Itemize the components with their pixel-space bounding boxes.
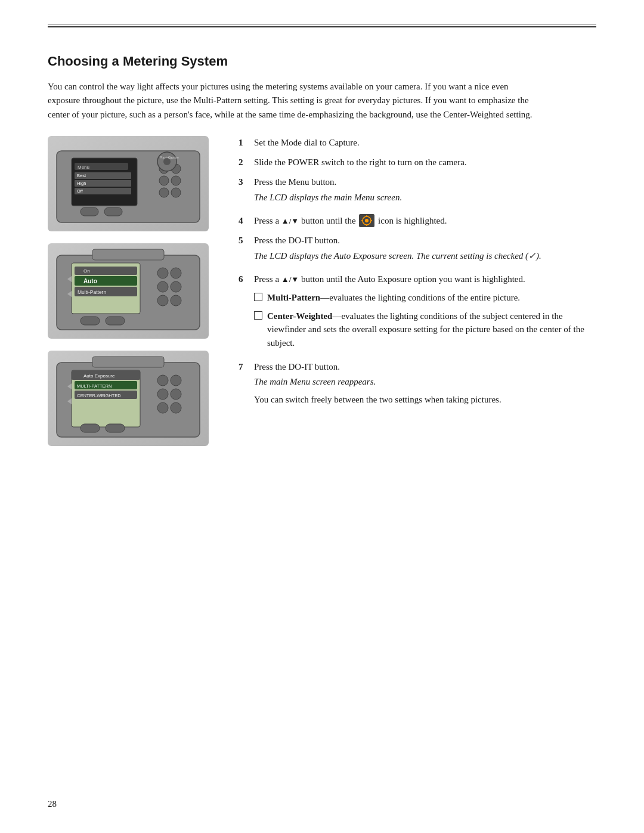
step-3-number: 3 — [239, 175, 252, 208]
step-1-text: Set the Mode dial to Capture. — [254, 136, 596, 150]
metering-icon — [359, 214, 374, 227]
svg-point-50 — [157, 375, 168, 386]
svg-rect-40 — [106, 317, 125, 325]
step-7-italic: The main Menu screen reappears. — [254, 375, 596, 389]
svg-rect-23 — [92, 249, 164, 260]
svg-rect-8 — [75, 188, 131, 194]
main-layout: Menu Best High Off — [48, 136, 596, 446]
step-7-content: Press the DO-IT button. The main Menu sc… — [254, 360, 596, 407]
step-6-pre: Press a — [254, 274, 281, 284]
step-3-italic: The LCD displays the main Menu screen. — [254, 191, 596, 205]
step-1-number: 1 — [239, 136, 252, 150]
step-5: 5 Press the DO-IT button. The LCD displa… — [239, 234, 596, 267]
svg-text:Off: Off — [77, 188, 83, 194]
step-1: 1 Set the Mode dial to Capture. — [239, 136, 596, 150]
page-container: Choosing a Metering System You can contr… — [0, 0, 644, 833]
checkbox-text-1: Multi-Pattern—evaluates the lighting con… — [267, 291, 596, 305]
right-column: 1 Set the Mode dial to Capture. 2 Slide … — [233, 136, 596, 413]
checkbox-text-2: Center-Weighted—evaluates the lighting c… — [267, 309, 596, 350]
svg-text:On: On — [83, 268, 90, 274]
step-4-mid: button until the — [301, 216, 358, 225]
svg-text:Auto: Auto — [83, 278, 97, 284]
svg-point-54 — [157, 402, 168, 413]
intro-text: You can control the way light affects yo… — [48, 80, 543, 122]
top-lines — [48, 24, 596, 27]
svg-text:Capture: Capture — [168, 156, 179, 159]
step-2-number: 2 — [239, 156, 252, 169]
step-7-number: 7 — [239, 360, 252, 407]
svg-point-33 — [157, 281, 168, 292]
checkbox-multi-pattern: Multi-Pattern—evaluates the lighting con… — [254, 291, 596, 305]
svg-text:Best: Best — [77, 173, 86, 178]
svg-point-35 — [157, 295, 168, 306]
step-2-text: Slide the POWER switch to the right to t… — [254, 156, 596, 169]
svg-point-62 — [365, 219, 369, 222]
checkbox-box-1 — [254, 293, 262, 301]
step-6-arrow: ▲/▼ — [281, 275, 299, 284]
svg-point-52 — [157, 389, 168, 400]
svg-point-55 — [171, 402, 181, 413]
svg-point-14 — [159, 188, 169, 197]
step-5-number: 5 — [239, 234, 252, 267]
step-4-number: 4 — [239, 214, 252, 228]
svg-text:High: High — [77, 181, 86, 186]
svg-rect-59 — [106, 424, 125, 432]
checkbox-label-bold-1: Multi-Pattern — [267, 293, 320, 302]
svg-point-53 — [171, 389, 181, 400]
checkbox-box-2 — [254, 311, 262, 320]
step-4-post: icon is highlighted. — [378, 216, 447, 225]
step-6: 6 Press a ▲/▼ button until the Auto Expo… — [239, 272, 596, 354]
step-6-post: button until the Auto Exposure option yo… — [301, 274, 525, 284]
svg-point-15 — [171, 188, 181, 197]
page-number: 28 — [48, 799, 57, 809]
step-5-italic: The LCD displays the Auto Exposure scree… — [254, 249, 596, 263]
svg-text:Multi-Pattern: Multi-Pattern — [78, 289, 106, 295]
svg-point-31 — [157, 268, 168, 278]
svg-rect-39 — [80, 317, 100, 325]
step-7-text: Press the DO-IT button. — [254, 362, 340, 371]
content: Choosing a Metering System You can contr… — [48, 54, 596, 446]
step-3: 3 Press the Menu button. The LCD display… — [239, 175, 596, 208]
step-4: 4 Press a ▲/▼ button until the — [239, 214, 596, 228]
svg-text:Auto Exposure: Auto Exposure — [83, 373, 115, 379]
svg-text:Menu: Menu — [78, 165, 89, 170]
svg-rect-42 — [92, 357, 164, 367]
step-3-content: Press the Menu button. The LCD displays … — [254, 175, 596, 208]
svg-point-36 — [171, 295, 181, 306]
section-title: Choosing a Metering System — [48, 54, 596, 69]
svg-text:MULTI-PATTERN: MULTI-PATTERN — [77, 383, 112, 389]
svg-rect-21 — [104, 208, 122, 216]
camera-image-3: Auto Exposure MULTI-PATTERN CENTER-WEIGH… — [48, 351, 209, 446]
svg-point-51 — [171, 375, 181, 386]
svg-point-12 — [159, 176, 169, 185]
svg-point-19 — [163, 158, 171, 165]
svg-rect-58 — [80, 424, 100, 432]
step-3-text: Press the Menu button. — [254, 177, 336, 187]
camera-image-1: Menu Best High Off — [48, 136, 209, 231]
step-2: 2 Slide the POWER switch to the right to… — [239, 156, 596, 169]
checkbox-center-weighted: Center-Weighted—evaluates the lighting c… — [254, 309, 596, 350]
step-6-content: Press a ▲/▼ button until the Auto Exposu… — [254, 272, 596, 354]
svg-rect-20 — [80, 208, 98, 216]
checkbox-label-bold-2: Center-Weighted — [267, 311, 332, 321]
svg-point-13 — [171, 176, 181, 185]
step-5-content: Press the DO-IT button. The LCD displays… — [254, 234, 596, 267]
step-7: 7 Press the DO-IT button. The main Menu … — [239, 360, 596, 407]
svg-point-32 — [171, 268, 181, 278]
step-4-arrow: ▲/▼ — [281, 216, 299, 225]
camera-image-2: On Auto Multi-Pattern — [48, 243, 209, 339]
step-4-content: Press a ▲/▼ button until the — [254, 214, 596, 228]
left-column: Menu Best High Off — [48, 136, 221, 446]
checkbox-label-rest-1: —evaluates the lighting conditions of th… — [320, 293, 520, 302]
step-5-text: Press the DO-IT button. — [254, 236, 340, 245]
svg-text:CENTER-WEIGHTED: CENTER-WEIGHTED — [77, 393, 121, 398]
step-6-number: 6 — [239, 272, 252, 354]
step-7-extra: You can switch freely between the two se… — [254, 395, 501, 404]
step-4-pre: Press a — [254, 216, 281, 225]
svg-point-34 — [171, 281, 181, 292]
